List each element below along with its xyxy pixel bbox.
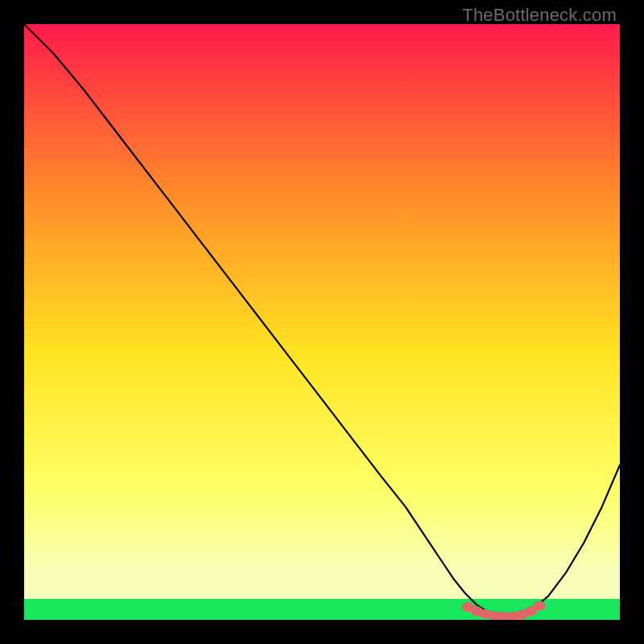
gradient-background	[24, 24, 620, 620]
watermark-text: TheBottleneck.com	[462, 5, 617, 26]
marker-dot	[534, 601, 546, 610]
bottleneck-chart	[24, 24, 620, 620]
